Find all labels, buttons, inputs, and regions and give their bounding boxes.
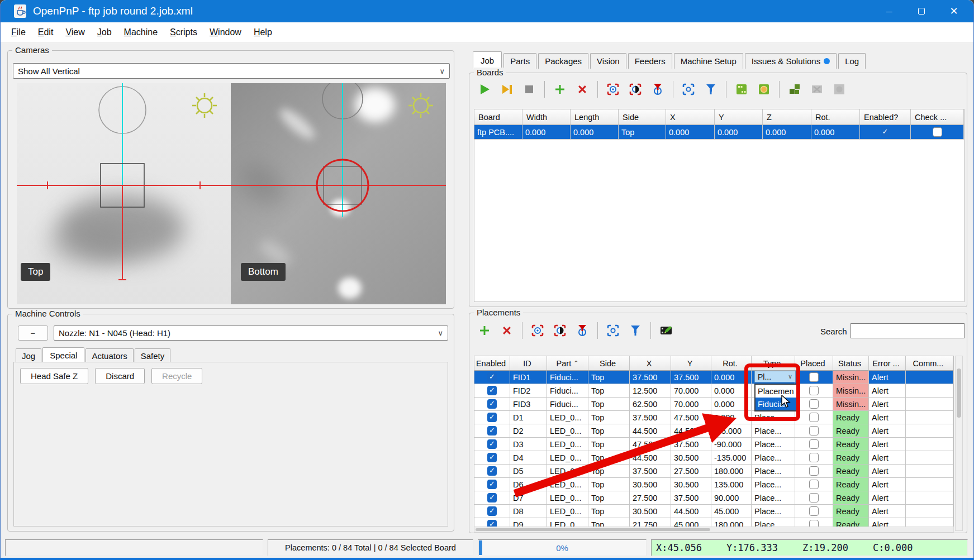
- check-fiducials-button[interactable]: [757, 82, 771, 97]
- placement-enabled-checkbox[interactable]: [487, 493, 497, 502]
- placement-placed-checkbox[interactable]: [809, 413, 819, 422]
- placement-placed-checkbox[interactable]: [809, 439, 819, 449]
- placement-type-cell[interactable]: Place...: [752, 491, 795, 505]
- camera-view-top[interactable]: Top: [17, 83, 231, 304]
- placement-type-cell[interactable]: Place: [752, 411, 795, 424]
- placement-type-cell[interactable]: Place...: [752, 465, 795, 478]
- add-placement-button[interactable]: [477, 323, 492, 338]
- placements-column-header[interactable]: Type: [752, 356, 795, 371]
- placements-column-header[interactable]: Comm...: [906, 356, 953, 371]
- capture-tool-location-button[interactable]: [628, 82, 643, 97]
- main-tab[interactable]: Vision: [590, 53, 626, 69]
- main-tab[interactable]: Issues & Solutions: [745, 53, 837, 69]
- placements-vertical-scrollbar[interactable]: [955, 356, 963, 531]
- placement-row[interactable]: FID2 Fiduci... Top 12.500 70.000 0.000 M…: [474, 384, 953, 398]
- placement-enabled-checkbox[interactable]: [487, 453, 497, 462]
- board-checkfids-checkbox[interactable]: [933, 127, 942, 137]
- boards-column-header[interactable]: Side: [619, 109, 666, 125]
- placement-enabled-checkbox[interactable]: [487, 480, 497, 489]
- panelize-fiducial-check-button[interactable]: [832, 82, 847, 97]
- placements-horizontal-scrollbar[interactable]: [474, 527, 954, 533]
- type-dropdown[interactable]: Pl... ∨: [754, 371, 796, 382]
- placement-row[interactable]: D4 LED_0... Top 44.500 30.500 -135.000 P…: [474, 451, 953, 465]
- menu-item[interactable]: Machine: [119, 25, 163, 40]
- move-tool-to-location-button[interactable]: [575, 323, 590, 338]
- scrollbar-thumb[interactable]: [957, 368, 961, 418]
- boards-column-header[interactable]: Check ...: [911, 109, 964, 125]
- main-tab[interactable]: Parts: [503, 53, 536, 69]
- special-button[interactable]: Head Safe Z: [20, 368, 88, 384]
- add-board-button[interactable]: [553, 82, 567, 97]
- machine-controls-tab[interactable]: Actuators: [85, 348, 133, 363]
- close-button[interactable]: ✕: [938, 0, 970, 22]
- special-button[interactable]: Recycle: [151, 368, 202, 384]
- placement-placed-checkbox[interactable]: [809, 506, 819, 516]
- menu-item[interactable]: Edit: [33, 25, 59, 40]
- placement-row[interactable]: D8 LED_0... Top 30.500 44.500 45.000 Pla…: [474, 505, 953, 518]
- type-dropdown-option[interactable]: Placemen: [756, 385, 798, 398]
- placement-placed-checkbox[interactable]: [809, 493, 819, 502]
- boards-column-header[interactable]: X: [666, 109, 715, 125]
- boards-column-header[interactable]: Board: [474, 109, 522, 125]
- menu-item[interactable]: Job: [92, 25, 117, 40]
- placement-row[interactable]: D6 LED_0... Top 30.500 30.500 135.000 Pl…: [474, 478, 953, 491]
- boards-column-header[interactable]: Z: [763, 109, 811, 125]
- board-row[interactable]: ftp PCB.... 0.000 0.000 Top 0.000 0.000 …: [474, 125, 964, 140]
- scrollbar-thumb[interactable]: [476, 528, 710, 531]
- position-tool-button[interactable]: [704, 82, 718, 97]
- menu-item[interactable]: File: [6, 25, 31, 40]
- start-job-button[interactable]: [477, 82, 492, 97]
- placement-placed-checkbox[interactable]: [809, 453, 819, 462]
- stop-job-button[interactable]: [522, 82, 536, 97]
- placements-column-header[interactable]: Part⌃: [547, 356, 588, 371]
- placement-type-cell[interactable]: Place...: [752, 478, 795, 491]
- placement-placed-checkbox[interactable]: [809, 386, 819, 395]
- main-tab[interactable]: Packages: [538, 53, 588, 69]
- placement-enabled-checkbox[interactable]: [487, 426, 497, 435]
- placement-placed-checkbox[interactable]: [809, 480, 819, 489]
- placement-row[interactable]: D2 LED_0... Top 44.500 44.500 -45.000 Pl…: [474, 424, 953, 438]
- placements-column-header[interactable]: Error ...: [869, 356, 906, 371]
- remove-board-button[interactable]: [575, 82, 590, 97]
- placements-column-header[interactable]: ID: [510, 356, 547, 371]
- placements-column-header[interactable]: Rot.: [711, 356, 752, 371]
- edit-placement-feeder-button[interactable]: [659, 323, 673, 338]
- panelize-button[interactable]: [787, 82, 802, 97]
- step-job-button[interactable]: [500, 82, 514, 97]
- placement-row[interactable]: FID1 Fiduci... Top 37.500 37.500 0.000 M…: [474, 371, 953, 384]
- placement-enabled-checkbox[interactable]: [487, 372, 497, 382]
- collapse-button[interactable]: −: [18, 326, 48, 341]
- move-tool-to-location-button[interactable]: [650, 82, 665, 97]
- placement-row[interactable]: D7 LED_0... Top 27.500 37.500 90.000 Pla…: [474, 491, 953, 505]
- camera-view-bottom[interactable]: Bottom: [231, 83, 446, 304]
- remove-placement-button[interactable]: [500, 323, 514, 338]
- machine-controls-tab[interactable]: Jog: [16, 348, 41, 363]
- boards-column-header[interactable]: Y: [715, 109, 763, 125]
- placement-enabled-checkbox[interactable]: [487, 399, 497, 409]
- special-button[interactable]: Discard: [95, 368, 145, 384]
- main-tab[interactable]: Log: [838, 53, 866, 69]
- placement-placed-checkbox[interactable]: [809, 399, 819, 409]
- placements-column-header[interactable]: Y: [671, 356, 711, 371]
- placement-type-cell[interactable]: Place...: [752, 424, 795, 438]
- locate-board-button[interactable]: [734, 82, 749, 97]
- move-camera-to-location-button[interactable]: [681, 82, 696, 97]
- capture-camera-location-button[interactable]: [606, 82, 620, 97]
- placement-enabled-checkbox[interactable]: [487, 466, 497, 476]
- menu-item[interactable]: Scripts: [165, 25, 202, 40]
- placement-enabled-checkbox[interactable]: [487, 386, 497, 395]
- placement-row[interactable]: D1 LED_0... Top 37.500 47.500 0.000 Plac…: [474, 411, 953, 424]
- type-dropdown-option[interactable]: Fiducial: [756, 398, 798, 410]
- menu-item[interactable]: Help: [249, 25, 277, 40]
- maximize-button[interactable]: [905, 0, 938, 22]
- position-tool-button[interactable]: [628, 323, 643, 338]
- menu-item[interactable]: Window: [205, 25, 246, 40]
- nozzle-selector[interactable]: Nozzle: N1 - N045 (Head: H1) ∨: [54, 326, 448, 341]
- placement-enabled-checkbox[interactable]: [487, 506, 497, 516]
- placements-column-header[interactable]: Status: [833, 356, 869, 371]
- search-input[interactable]: [851, 323, 965, 338]
- main-tab[interactable]: Feeders: [628, 53, 672, 69]
- placement-placed-checkbox[interactable]: [809, 426, 819, 435]
- placements-column-header[interactable]: X: [630, 356, 671, 371]
- menu-item[interactable]: View: [60, 25, 89, 40]
